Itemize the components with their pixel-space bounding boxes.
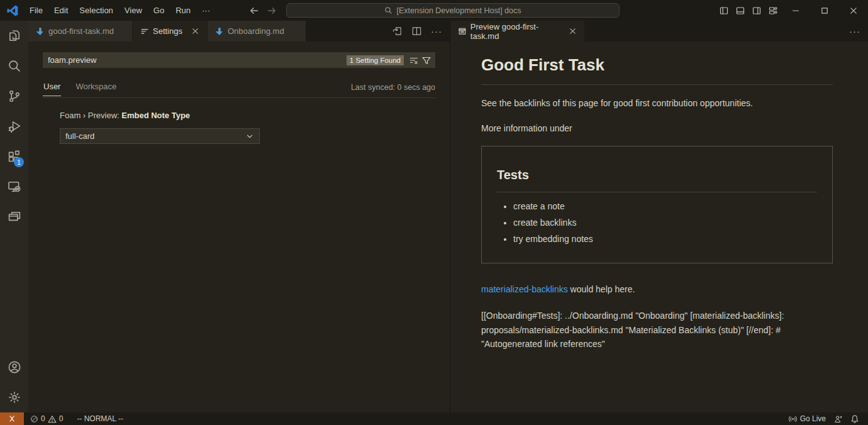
nav-history <box>249 0 277 21</box>
editor-group-left: good-first-task.md Settings Onboarding.m… <box>28 21 450 412</box>
markdown-file-icon <box>215 27 224 36</box>
left-tab-bar: good-first-task.md Settings Onboarding.m… <box>28 21 450 41</box>
remote-indicator[interactable] <box>0 412 24 425</box>
toggle-panel-icon[interactable] <box>732 0 748 21</box>
vscode-window: File Edit Selection View Go Run ··· [Ext… <box>0 0 868 425</box>
list-item: create backlinks <box>513 216 817 229</box>
tab-onboarding[interactable]: Onboarding.md <box>208 21 306 41</box>
explorer-icon[interactable] <box>0 21 28 51</box>
tab-label: Settings <box>153 26 182 36</box>
problems-status[interactable]: 0 0 <box>26 412 67 425</box>
settings-editor: 1 Setting Found User Workspace Last sync… <box>28 41 450 412</box>
notifications-button[interactable] <box>847 412 863 425</box>
remote-explorer-icon[interactable] <box>0 172 28 202</box>
customize-layout-icon[interactable] <box>765 0 781 21</box>
list-item: create a note <box>513 200 817 213</box>
menu-bar: File Edit Selection View Go Run ··· <box>24 0 216 21</box>
menu-view[interactable]: View <box>119 0 148 21</box>
extensions-icon[interactable]: 1 <box>0 141 28 172</box>
last-synced-label: Last synced: 0 secs ago <box>351 83 435 92</box>
feedback-button[interactable] <box>830 412 847 425</box>
open-settings-json-icon[interactable] <box>392 26 403 36</box>
tab-label: good-first-task.md <box>48 26 114 36</box>
more-actions-icon[interactable]: ··· <box>431 26 442 36</box>
right-tab-bar: Preview good-first-task.md ··· <box>450 21 868 41</box>
settings-search-input[interactable] <box>48 55 347 65</box>
tab-label: Preview good-first-task.md <box>470 22 560 41</box>
settings-scope-tabs: User Workspace Last synced: 0 secs ago <box>43 77 435 98</box>
tab-good-first-task[interactable]: good-first-task.md <box>28 21 133 41</box>
tune-icon <box>140 27 149 36</box>
title-bar: File Edit Selection View Go Run ··· [Ext… <box>0 0 868 21</box>
vim-mode-text: -- NORMAL -- <box>77 414 123 423</box>
more-actions-icon[interactable]: ··· <box>849 26 860 36</box>
embed-note-type-dropdown[interactable]: full-card <box>60 128 260 144</box>
embedded-note-card: Tests create a note create backlinks try… <box>481 146 833 263</box>
toggle-sidebar-icon[interactable] <box>716 0 732 21</box>
setting-category: Foam › Preview: <box>60 111 121 120</box>
go-live-button[interactable]: Go Live <box>784 412 830 425</box>
minimize-button[interactable] <box>781 0 810 21</box>
close-tab-icon[interactable] <box>191 27 199 35</box>
settings-result-count-badge: 1 Setting Found <box>347 55 404 65</box>
preview-link-line: materialized-backlinks would help here. <box>481 283 833 296</box>
menu-go[interactable]: Go <box>148 0 170 21</box>
menu-run[interactable]: Run <box>170 0 196 21</box>
command-center-search[interactable]: [Extension Development Host] docs <box>286 3 620 18</box>
tab-settings[interactable]: Settings <box>133 21 208 41</box>
clear-settings-search-icon[interactable] <box>408 54 420 67</box>
menu-more[interactable]: ··· <box>196 0 216 21</box>
errors-count: 0 <box>41 414 45 423</box>
right-tab-actions: ··· <box>849 21 860 41</box>
run-and-debug-icon[interactable] <box>0 111 28 141</box>
accounts-icon[interactable] <box>0 352 28 382</box>
filter-settings-icon[interactable] <box>420 54 433 67</box>
menu-file[interactable]: File <box>24 0 48 21</box>
menu-selection[interactable]: Selection <box>74 0 118 21</box>
link-tail-text: would help here. <box>568 284 635 294</box>
warnings-count: 0 <box>59 414 64 423</box>
dropdown-value: full-card <box>65 131 94 141</box>
close-tab-icon[interactable] <box>569 27 577 35</box>
link-references-paragraph: [[Onboarding#Tests]: ../Onboarding.md "O… <box>481 309 833 351</box>
back-arrow-icon[interactable] <box>249 6 259 16</box>
embedded-note-list: create a note create backlinks try embed… <box>497 200 817 246</box>
statusbar-right: Go Live <box>784 412 868 425</box>
left-tab-actions: ··· <box>392 21 442 41</box>
close-window-button[interactable] <box>839 0 868 21</box>
search-sidebar-icon[interactable] <box>0 51 28 81</box>
preview-paragraph: More information under <box>481 122 833 135</box>
split-editor-icon[interactable] <box>411 26 422 36</box>
preview-title: Good First Task <box>481 53 833 85</box>
setting-title: Foam › Preview: Embed Note Type <box>60 111 260 120</box>
scope-tab-workspace[interactable]: Workspace <box>75 79 117 96</box>
broadcast-icon <box>788 414 798 424</box>
toggle-secondary-sidebar-icon[interactable] <box>748 0 765 21</box>
go-live-label: Go Live <box>800 414 826 423</box>
settings-gear-icon[interactable] <box>0 382 28 412</box>
scope-tab-user[interactable]: User <box>43 79 61 96</box>
tab-label: Onboarding.md <box>228 26 284 36</box>
menu-edit[interactable]: Edit <box>48 0 74 21</box>
tab-preview-good-first-task[interactable]: Preview good-first-task.md <box>450 21 585 41</box>
preview-paragraph: See the backlinks of this page for good … <box>481 97 833 110</box>
setting-name: Embed Note Type <box>121 111 190 120</box>
list-item: try embedding notes <box>513 233 817 246</box>
materialized-backlinks-link[interactable]: materialized-backlinks <box>481 284 568 294</box>
maximize-button[interactable] <box>810 0 839 21</box>
markdown-preview: Good First Task See the backlinks of thi… <box>450 41 868 412</box>
command-center-text: [Extension Development Host] docs <box>396 6 521 15</box>
markdown-file-icon <box>36 27 45 36</box>
markdown-preview-icon <box>458 26 467 36</box>
vscode-logo-icon <box>6 4 19 17</box>
source-control-icon[interactable] <box>0 81 28 111</box>
errors-icon <box>30 415 38 423</box>
extensions-badge: 1 <box>14 157 24 167</box>
workbench: 1 good-first-task.md Settings <box>0 21 868 412</box>
vim-mode-status[interactable]: -- NORMAL -- <box>73 412 127 425</box>
bell-icon <box>850 414 859 424</box>
person-icon <box>833 414 843 424</box>
chevron-down-icon <box>245 132 254 141</box>
windows-stack-icon[interactable] <box>0 202 28 232</box>
forward-arrow-icon[interactable] <box>267 6 277 16</box>
